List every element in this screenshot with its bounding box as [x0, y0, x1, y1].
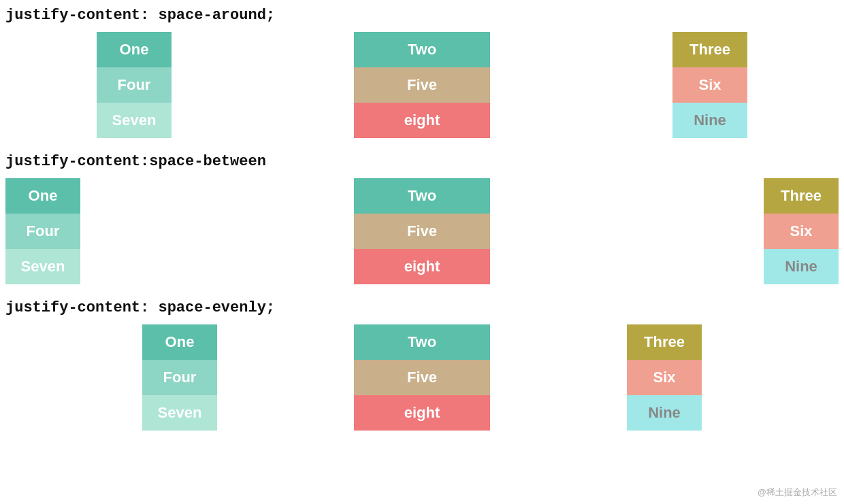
flex-item-space-between-0-2: Seven: [5, 249, 80, 284]
flex-item-space-around-1-1: Five: [354, 67, 490, 103]
flex-item-space-around-0-1: Four: [97, 67, 172, 103]
col-group-space-between-0: OneFourSeven: [5, 178, 80, 284]
flex-row-space-evenly: OneFourSevenTwoFiveeightThreeSixNine: [0, 320, 844, 437]
col-group-space-between-1: TwoFiveeight: [354, 178, 490, 284]
watermark: @稀土掘金技术社区: [758, 486, 837, 499]
flex-item-space-evenly-2-0: Three: [627, 324, 702, 360]
flex-item-space-evenly-2-1: Six: [627, 360, 702, 395]
flex-item-space-between-1-1: Five: [354, 214, 490, 249]
section-space-evenly: justify-content: space-evenly;OneFourSev…: [0, 292, 844, 437]
section-title-space-between: justify-content:space-between: [0, 146, 844, 174]
flex-item-space-around-1-0: Two: [354, 32, 490, 67]
col-group-space-around-0: OneFourSeven: [97, 32, 172, 138]
section-space-between: justify-content:space-betweenOneFourSeve…: [0, 146, 844, 291]
flex-item-space-around-2-0: Three: [672, 32, 747, 67]
flex-item-space-evenly-1-0: Two: [354, 324, 490, 360]
flex-item-space-between-1-0: Two: [354, 178, 490, 214]
flex-item-space-between-2-0: Three: [764, 178, 839, 214]
flex-item-space-around-1-2: eight: [354, 103, 490, 138]
flex-item-space-evenly-1-2: eight: [354, 395, 490, 431]
flex-row-space-between: OneFourSevenTwoFiveeightThreeSixNine: [0, 174, 844, 291]
flex-item-space-evenly-1-1: Five: [354, 360, 490, 395]
flex-item-space-around-2-2: Nine: [672, 103, 747, 138]
flex-item-space-evenly-2-2: Nine: [627, 395, 702, 431]
col-group-space-evenly-0: OneFourSeven: [142, 324, 217, 431]
flex-item-space-between-1-2: eight: [354, 249, 490, 284]
flex-item-space-between-0-1: Four: [5, 214, 80, 249]
section-space-around: justify-content: space-around;OneFourSev…: [0, 0, 844, 145]
flex-item-space-around-0-2: Seven: [97, 103, 172, 138]
flex-item-space-between-0-0: One: [5, 178, 80, 214]
flex-item-space-between-2-2: Nine: [764, 249, 839, 284]
flex-item-space-evenly-0-0: One: [142, 324, 217, 360]
flex-item-space-around-2-1: Six: [672, 67, 747, 103]
flex-item-space-between-2-1: Six: [764, 214, 839, 249]
col-group-space-between-2: ThreeSixNine: [764, 178, 839, 284]
section-title-space-around: justify-content: space-around;: [0, 0, 844, 28]
col-group-space-evenly-2: ThreeSixNine: [627, 324, 702, 431]
col-group-space-evenly-1: TwoFiveeight: [354, 324, 490, 431]
flex-item-space-evenly-0-2: Seven: [142, 395, 217, 431]
section-title-space-evenly: justify-content: space-evenly;: [0, 292, 844, 320]
flex-item-space-evenly-0-1: Four: [142, 360, 217, 395]
flex-item-space-around-0-0: One: [97, 32, 172, 67]
col-group-space-around-1: TwoFiveeight: [354, 32, 490, 138]
col-group-space-around-2: ThreeSixNine: [672, 32, 747, 138]
flex-row-space-around: OneFourSevenTwoFiveeightThreeSixNine: [0, 28, 844, 145]
